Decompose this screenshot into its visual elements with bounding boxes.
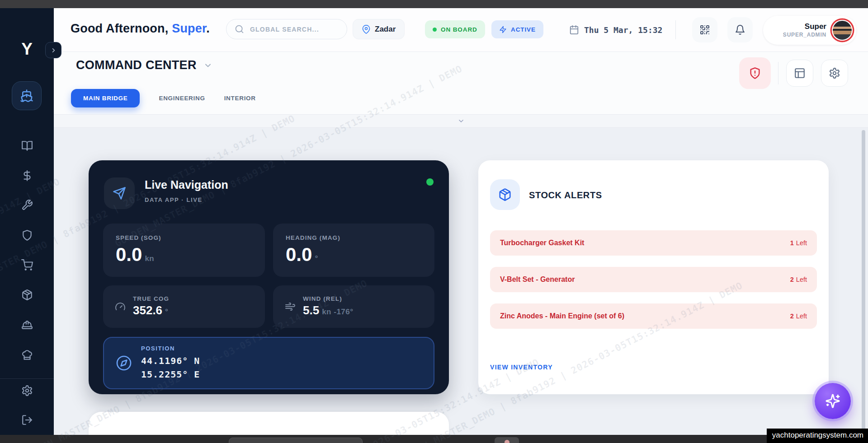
stock-alerts-card: STOCK ALERTS Turbocharger Gasket Kit 1Le… (478, 160, 829, 394)
search-icon (235, 24, 244, 34)
tabs: MAIN BRIDGE ENGINEERING INTERIOR (71, 89, 256, 107)
package-icon (21, 289, 33, 301)
user-info: Super SUPER_ADMIN (783, 22, 826, 38)
compass-icon (116, 355, 132, 371)
sidebar: Y (0, 8, 54, 435)
stat-unit: kn (145, 254, 154, 263)
global-search[interactable] (226, 19, 347, 39)
active-label: ACTIVE (511, 26, 536, 33)
zap-icon (499, 26, 507, 33)
package-icon (490, 179, 520, 210)
hard-hat-icon (21, 319, 33, 331)
gauge-icon (115, 301, 126, 312)
stat-unit: kn -176° (322, 308, 353, 316)
stat-heading: HEADING (MAG) 0.0° (273, 224, 434, 277)
wind-icon (285, 301, 296, 312)
scrollbar[interactable] (862, 130, 865, 436)
shield-alert-icon (749, 67, 761, 79)
greeting-name: Super (172, 22, 206, 35)
card-subtitle: DATA APP · LIVE (145, 196, 203, 203)
sidebar-collapse-button[interactable] (45, 42, 61, 58)
sidebar-item-bridge[interactable] (12, 81, 42, 110)
live-navigation-card: Live Navigation DATA APP · LIVE SPEED (S… (89, 160, 449, 394)
qr-code-icon (699, 24, 710, 35)
item-qty: 2Left (790, 276, 807, 283)
bell-icon (735, 24, 745, 35)
stat-value: 0.0 (116, 244, 142, 265)
stat-wind: WIND (REL) 5.5kn -176° (273, 285, 434, 328)
sidebar-item-security[interactable] (21, 229, 33, 241)
section-collapse-toggle[interactable] (54, 114, 868, 128)
os-bottom-bar (0, 435, 868, 443)
card-title: Live Navigation (145, 178, 228, 191)
location-pill[interactable]: Zadar (353, 19, 405, 39)
stock-alert-row[interactable]: V-Belt Set - Generator 2Left (490, 267, 817, 292)
stock-alert-row[interactable]: Turbocharger Gasket Kit 1Left (490, 230, 817, 256)
tab-engineering[interactable]: ENGINEERING (159, 89, 205, 107)
stock-alert-row[interactable]: Zinc Anodes - Main Engine (set of 6) 2Le… (490, 303, 817, 329)
avatar[interactable] (832, 20, 853, 41)
stat-label: HEADING (MAG) (286, 234, 422, 241)
stat-label: TRUE COG (133, 295, 169, 302)
stat-label: SPEED (SOG) (116, 234, 252, 241)
item-name: Zinc Anodes - Main Engine (set of 6) (500, 312, 624, 320)
notifications-button[interactable] (727, 17, 753, 42)
layout-button[interactable] (786, 60, 813, 87)
item-name: Turbocharger Gasket Kit (500, 239, 584, 247)
active-badge: ACTIVE (491, 20, 543, 38)
qr-code-button[interactable] (692, 17, 717, 42)
stat-value: 352.6 (133, 303, 162, 317)
sidebar-item-logbook[interactable] (21, 140, 33, 152)
gear-icon (21, 385, 33, 396)
user-role: SUPER_ADMIN (783, 31, 826, 38)
item-qty: 1Left (790, 239, 807, 247)
ship-icon (20, 89, 33, 103)
page-title-selector[interactable]: COMMAND CENTER (76, 58, 212, 72)
chevron-down-icon (203, 61, 212, 70)
sparkles-icon (825, 393, 840, 409)
navigation-icon (104, 177, 135, 209)
taskbar-chip (495, 437, 519, 443)
position-label: POSITION (141, 345, 200, 352)
chevron-down-icon (458, 117, 465, 125)
book-open-icon (21, 140, 33, 152)
search-input[interactable] (249, 25, 339, 33)
greeting: Good Afternoon, Super. (71, 22, 210, 36)
user-menu[interactable]: Super SUPER_ADMIN (763, 16, 856, 45)
sidebar-item-finance[interactable] (21, 170, 33, 182)
card-title: STOCK ALERTS (529, 190, 602, 201)
sidebar-item-crew[interactable] (21, 319, 33, 331)
page-head: COMMAND CENTER MAIN BRIDGE ENGINEERING I… (54, 52, 868, 114)
stat-unit: ° (165, 308, 168, 316)
item-name: V-Belt Set - Generator (500, 275, 575, 284)
stat-unit: ° (315, 254, 318, 263)
logout-icon (21, 414, 33, 426)
stat-value: 5.5 (303, 303, 319, 317)
position-tile[interactable]: POSITION 44.1196° N 15.2255° E (103, 337, 434, 389)
taskbar-pill (229, 438, 363, 443)
stat-true-cog: TRUE COG 352.6° (103, 285, 265, 328)
item-qty: 2Left (790, 312, 807, 320)
sidebar-item-galley[interactable] (21, 349, 33, 361)
sidebar-item-logout[interactable] (21, 414, 33, 426)
safety-alert-button[interactable] (739, 57, 771, 89)
layout-panel-icon (794, 67, 806, 79)
ai-assistant-button[interactable] (815, 383, 851, 419)
sidebar-item-inventory[interactable] (21, 289, 33, 301)
tab-main-bridge[interactable]: MAIN BRIDGE (71, 89, 140, 107)
shield-icon (21, 229, 33, 241)
page-title: COMMAND CENTER (76, 58, 197, 72)
view-inventory-link[interactable]: VIEW INVENTORY (490, 364, 553, 371)
position-lat: 44.1196° N (141, 354, 200, 368)
actions-divider (778, 62, 778, 84)
sidebar-item-maintenance[interactable] (21, 199, 33, 211)
dashboard-settings-button[interactable] (821, 60, 848, 87)
tab-interior[interactable]: INTERIOR (224, 89, 256, 107)
cart-icon (21, 259, 33, 271)
onboard-badge: ON BOARD (425, 20, 485, 38)
header: Good Afternoon, Super. Zadar ON BOARD AC… (54, 8, 868, 52)
sidebar-item-settings[interactable] (21, 385, 33, 396)
status-dot-icon (433, 28, 437, 32)
sidebar-divider (0, 378, 54, 379)
sidebar-item-procurement[interactable] (21, 259, 33, 271)
